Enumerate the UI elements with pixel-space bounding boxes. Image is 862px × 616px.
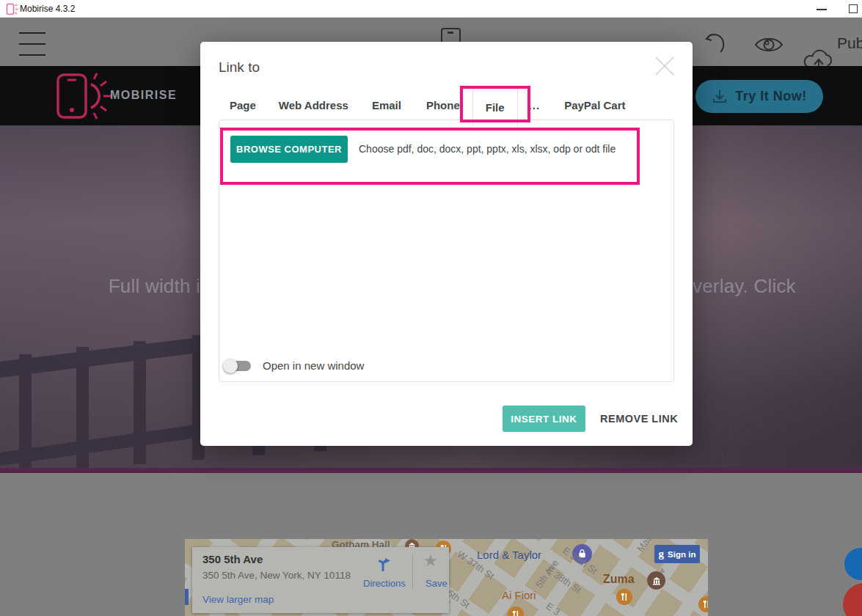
hamburger-menu-icon[interactable] [19,32,45,65]
mobirise-app-icon [6,3,18,15]
map-card-address: 350 5th Ave, New York, NY 10118 [202,570,351,581]
window-minimize-button[interactable] [817,9,827,10]
map-label-lord-taylor: Lord & Taylor [477,549,541,561]
window-maximize-button[interactable] [849,4,858,13]
tab-web-address[interactable]: Web Address [279,99,348,111]
map-label-ai-fiori: Ai Fiori [502,589,536,601]
map-transit-marker [185,589,189,605]
site-brand-label[interactable]: MOBIRISE [110,89,177,102]
directions-label[interactable]: Directions [363,578,406,589]
map-label-madison: Mad [635,539,654,554]
save-star-icon[interactable]: ★ [423,551,438,571]
save-label[interactable]: Save [425,578,448,589]
map-card-title: 350 5th Ave [202,553,263,565]
restaurant-poi-icon[interactable] [616,589,632,605]
google-map-embed[interactable]: Gotham Hall Lord & Taylor g Sign in E 39… [185,539,708,616]
map-label-zuma: Zuma [603,573,635,586]
map-label-e37-fragment: E 3 [544,601,562,616]
publish-button-label[interactable]: Pub [837,34,862,52]
map-label-e38: E 38th St [545,564,583,595]
view-larger-map-link[interactable]: View larger map [202,594,274,605]
hero-bottom-strip [0,468,862,473]
undo-icon[interactable] [704,32,729,54]
window-titlebar: Mobirise 4.3.2 [0,0,862,18]
tab-paypal-cart[interactable]: PayPal Cart [564,99,625,111]
link-to-dialog: Link to Page Web Address Email Phone Fil… [200,42,693,446]
close-icon[interactable] [654,55,676,77]
tab-more[interactable]: ... [529,99,541,111]
tab-email[interactable]: Email [372,99,401,111]
hero-title-fragment-left: Full width i [0,275,200,298]
open-new-window-toggle-row[interactable]: Open in new window [224,359,364,372]
map-info-card: 350 5th Ave 350 5th Ave, New York, NY 10… [192,547,449,613]
try-it-now-label: Try It Now! [735,89,807,104]
restaurant-poi-icon[interactable] [698,596,708,612]
try-it-now-button[interactable]: Try It Now! [695,80,823,113]
restaurant-poi-icon[interactable] [508,606,524,616]
toggle-label: Open in new window [263,359,364,372]
window-title: Mobirise 4.3.2 [20,4,75,14]
mobirise-logo-icon [53,72,116,122]
toggle-knob [223,359,238,373]
file-types-hint: Choose pdf, doc, docx, ppt, pptx, xls, x… [359,143,616,155]
download-icon [712,89,728,105]
google-g-icon: g [659,548,665,560]
card-divider [412,554,413,590]
link-type-tabs: Page Web Address Email Phone File ... Pa… [230,86,626,124]
tab-file-active[interactable]: File [472,88,518,126]
hero-title-fragment-right: verlay. Click [693,275,796,298]
signin-label: Sign in [668,550,695,559]
tab-file-label: File [486,101,505,114]
preview-eye-icon[interactable] [754,35,784,54]
tab-page[interactable]: Page [230,99,256,111]
google-signin-button[interactable]: g Sign in [654,545,700,563]
tab-phone[interactable]: Phone [426,99,460,111]
dialog-title: Link to [219,59,260,76]
directions-icon[interactable] [374,556,392,573]
insert-link-button[interactable]: INSERT LINK [503,406,585,432]
map-label-6th-st: 6th St [445,587,472,611]
remove-link-button[interactable]: REMOVE LINK [600,406,678,432]
file-tab-panel: BROWSE COMPUTER Choose pdf, doc, docx, p… [219,120,674,382]
browse-computer-button[interactable]: BROWSE COMPUTER [230,136,348,163]
toggle-switch-off[interactable] [224,361,251,371]
